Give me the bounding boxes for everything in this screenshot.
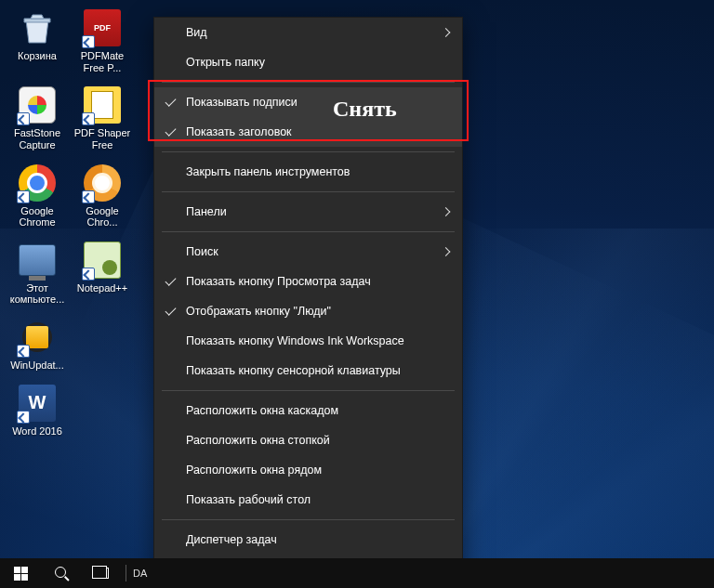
menu-item-open-folder[interactable]: Открыть папку: [154, 47, 462, 77]
desktop-icon-label: Notepad++: [77, 282, 127, 294]
taskbar-toolbar-label[interactable]: DA: [129, 568, 151, 579]
desktop-icon-faststone[interactable]: FastStone Capture: [7, 85, 67, 150]
menu-item-cascade[interactable]: Расположить окна каскадом: [154, 396, 462, 425]
desktop-icon-word[interactable]: Word 2016: [7, 383, 67, 438]
menu-item-show-touchkbd[interactable]: Показать кнопку сенсорной клавиатуры: [154, 356, 462, 385]
menu-item-label: Панели: [186, 205, 227, 218]
menu-item-show-desktop[interactable]: Показать рабочий стол: [154, 485, 462, 515]
chrome-canary-icon: [82, 163, 123, 203]
menu-item-label: Отображать кнопку "Люди": [186, 305, 331, 318]
desktop-icon-chrome[interactable]: Google Chrome: [7, 163, 67, 229]
menu-item-label: Показать кнопку Просмотра задач: [186, 275, 371, 288]
menu-item-label: Закрыть панель инструментов: [186, 165, 350, 178]
menu-item-close-toolbar[interactable]: Закрыть панель инструментов: [154, 157, 462, 187]
desktop-icon-label: Word 2016: [12, 425, 62, 438]
word-icon: [17, 383, 58, 424]
search-icon: [55, 567, 69, 581]
desktop-icon-pdfmate[interactable]: PDFMate Free P...: [73, 7, 132, 73]
desktop-icon-this-pc[interactable]: Этот компьюте...: [7, 240, 67, 306]
menu-item-label: Показать кнопку сенсорной клавиатуры: [186, 364, 401, 377]
search-button[interactable]: [41, 558, 82, 588]
pdfmate-icon: [82, 7, 123, 48]
desktop-icon-label: Корзина: [18, 50, 57, 62]
menu-item-show-title[interactable]: Показать заголовок: [154, 117, 462, 147]
menu-separator: [162, 231, 455, 232]
desktop-icon-label: FastStone Capture: [7, 127, 67, 150]
taskview-button[interactable]: [82, 558, 123, 588]
desktop-icon-label: Google Chro...: [73, 205, 132, 229]
menu-item-search[interactable]: Поиск: [154, 237, 462, 267]
desktop-icon-grid: Корзина PDFMate Free P... FastStone Capt…: [7, 7, 132, 437]
menu-item-label: Диспетчер задач: [186, 533, 277, 546]
menu-item-sidebyside[interactable]: Расположить окна рядом: [154, 455, 462, 485]
windows-icon: [14, 567, 28, 581]
menu-item-label: Расположить окна рядом: [186, 464, 322, 477]
desktop: Корзина PDFMate Free P... FastStone Capt…: [7, 7, 132, 437]
pdfshaper-icon: [82, 85, 123, 125]
menu-item-label: Расположить окна каскадом: [186, 404, 338, 417]
menu-item-task-manager[interactable]: Диспетчер задач: [154, 525, 462, 555]
taskview-icon: [96, 568, 109, 579]
menu-item-label: Поиск: [186, 245, 218, 258]
menu-item-label: Показать заголовок: [186, 125, 292, 138]
desktop-icon-label: PDFMate Free P...: [73, 50, 132, 73]
taskbar: DA: [0, 558, 714, 588]
menu-item-label: Показывать подписи: [186, 96, 298, 109]
taskbar-context-menu: Вид Открыть папку Показывать подписи Пок…: [153, 17, 463, 588]
desktop-icon-label: Google Chrome: [7, 205, 67, 229]
notepadpp-icon: [82, 240, 123, 281]
menu-item-label: Показать рабочий стол: [186, 493, 311, 506]
desktop-icon-label: WinUpdat...: [10, 359, 63, 372]
menu-separator: [162, 151, 455, 152]
faststone-icon: [17, 85, 58, 125]
menu-item-show-people[interactable]: Отображать кнопку "Люди": [154, 296, 462, 326]
menu-item-label: Показать кнопку Windows Ink Workspace: [186, 334, 404, 347]
this-pc-icon: [17, 240, 58, 281]
desktop-icon-chrome-canary[interactable]: Google Chro...: [73, 163, 132, 229]
menu-item-show-labels[interactable]: Показывать подписи: [154, 87, 462, 117]
menu-item-label: Открыть папку: [186, 56, 265, 69]
start-button[interactable]: [0, 558, 41, 588]
menu-separator: [162, 191, 455, 192]
desktop-icon-recycle-bin[interactable]: Корзина: [7, 7, 67, 73]
desktop-icon-label: Этот компьюте...: [7, 282, 67, 306]
menu-separator: [162, 390, 455, 391]
menu-item-show-ink[interactable]: Показать кнопку Windows Ink Workspace: [154, 326, 462, 356]
menu-separator: [162, 519, 455, 520]
taskbar-separator: [126, 565, 126, 581]
menu-separator: [162, 82, 455, 83]
chrome-icon: [17, 163, 58, 203]
menu-item-show-taskview[interactable]: Показать кнопку Просмотра задач: [154, 267, 462, 296]
winupdate-icon: [17, 317, 58, 358]
recycle-bin-icon: [17, 7, 58, 48]
menu-item-label: Расположить окна стопкой: [186, 434, 330, 447]
menu-item-toolbars[interactable]: Панели: [154, 197, 462, 227]
menu-item-stack[interactable]: Расположить окна стопкой: [154, 425, 462, 455]
menu-item-label: Вид: [186, 26, 207, 39]
desktop-icon-pdfshaper[interactable]: PDF Shaper Free: [73, 85, 132, 150]
desktop-icon-notepadpp[interactable]: Notepad++: [73, 240, 132, 306]
menu-item-view[interactable]: Вид: [154, 18, 462, 47]
desktop-icon-winupdate[interactable]: WinUpdat...: [7, 317, 67, 372]
desktop-icon-label: PDF Shaper Free: [73, 127, 132, 150]
